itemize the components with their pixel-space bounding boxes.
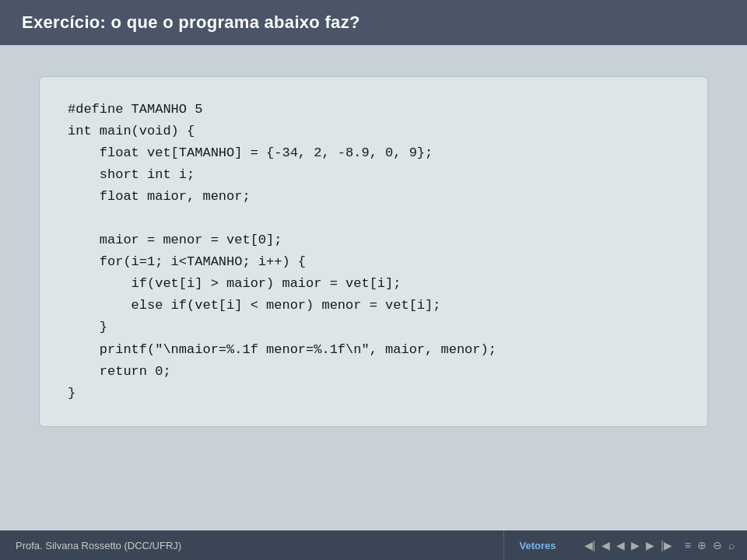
footer-topic: Vetores bbox=[504, 540, 572, 551]
footer-nav: ◀| ◀ ◀ ▶ ▶ |▶ ≡ ⊕ ⊖ ⌕ bbox=[572, 539, 747, 551]
slide-header: Exercício: o que o programa abaixo faz? bbox=[0, 0, 747, 45]
nav-zoom-in-button[interactable]: ⊕ bbox=[696, 539, 708, 551]
nav-last-button[interactable]: |▶ bbox=[659, 539, 674, 551]
footer-author: Profa. Silvana Rossetto (DCC/UFRJ) bbox=[0, 540, 503, 551]
nav-prev-section-button[interactable]: ◀ bbox=[615, 539, 626, 551]
header-title: Exercício: o que o programa abaixo faz? bbox=[22, 12, 360, 33]
nav-first-button[interactable]: ◀| bbox=[583, 539, 598, 551]
nav-zoom-out-button[interactable]: ⊖ bbox=[711, 539, 724, 551]
nav-menu-button[interactable]: ≡ bbox=[683, 539, 693, 551]
nav-next-button[interactable]: ▶ bbox=[644, 539, 656, 551]
main-content: #define TAMANHO 5 int main(void) { float… bbox=[0, 45, 747, 530]
nav-search-button[interactable]: ⌕ bbox=[727, 539, 736, 551]
code-box: #define TAMANHO 5 int main(void) { float… bbox=[39, 76, 708, 427]
code-block: #define TAMANHO 5 int main(void) { float… bbox=[68, 99, 679, 404]
nav-next-section-button[interactable]: ▶ bbox=[630, 539, 641, 551]
footer: Profa. Silvana Rossetto (DCC/UFRJ) Vetor… bbox=[0, 530, 747, 560]
nav-prev-button[interactable]: ◀ bbox=[600, 539, 612, 551]
